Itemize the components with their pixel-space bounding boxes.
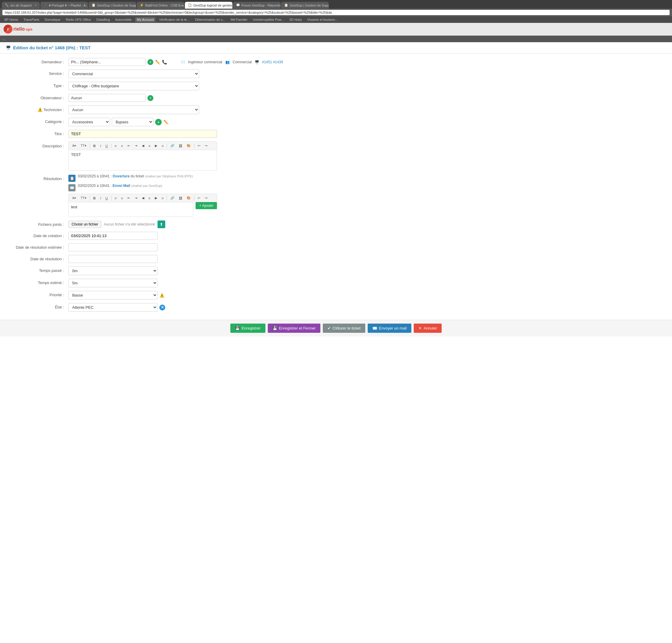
desc-listul-btn[interactable]: ≡: [113, 143, 118, 148]
save-close-button[interactable]: 💾 Enregistrer et Fermer: [268, 324, 321, 333]
service-select[interactable]: Commercial Technique Administration: [68, 70, 199, 78]
desc-textsize-btn[interactable]: TT▾: [79, 143, 88, 148]
demandeur-add-button[interactable]: +: [147, 59, 153, 65]
temps-estime-select[interactable]: 0m 5m 10m 15m 30m 45m 1h: [68, 279, 157, 287]
ajouter-button[interactable]: + Ajouter: [195, 202, 217, 209]
upload-button[interactable]: ⬆: [157, 220, 165, 228]
res-listol-btn[interactable]: ≡: [119, 195, 124, 201]
desc-align-left-btn[interactable]: ◀: [140, 143, 146, 148]
tab-1[interactable]: 🔧 ion de Support ✕: [2, 2, 40, 9]
technicien-select[interactable]: Aucun: [68, 106, 199, 114]
desc-outdent-btn[interactable]: ⇤: [126, 143, 132, 148]
desc-undo-btn[interactable]: ↩: [196, 143, 202, 148]
tab-6[interactable]: 💬 Forum GestSup - Répondre ✕: [233, 2, 280, 9]
close-ticket-button[interactable]: ✔ Clôturer le ticket: [323, 324, 365, 333]
bookmark-visserie[interactable]: Visserie et boulonn...: [305, 17, 340, 22]
tab-3[interactable]: 📋 GestSup | Gestion de Support ✕: [88, 2, 136, 9]
observateur-add-button[interactable]: +: [147, 95, 153, 101]
send-mail-button[interactable]: ✉️ Envoyer un mail: [368, 324, 411, 333]
res-align-right-btn[interactable]: ▶: [153, 195, 159, 201]
res-image-btn[interactable]: 🖼: [177, 195, 184, 201]
res-undo-btn[interactable]: ↩: [196, 195, 202, 201]
bookmark-3dhubs[interactable]: 3D Hubs: [287, 17, 304, 22]
desc-align-center-btn[interactable]: ≡: [147, 143, 152, 148]
categorie-select[interactable]: Accessoires Bypass UPS: [68, 118, 110, 126]
etat-info-button[interactable]: ✕: [159, 305, 165, 311]
tab-4[interactable]: ⚡ BattFind Online - CSB Energy Tec... ✕: [137, 2, 184, 9]
bookmark-myaccount[interactable]: My Account: [135, 17, 156, 22]
tab-5[interactable]: 📋 GestSup logiciel de gestion de ti... ✕: [185, 2, 232, 9]
desc-link-btn[interactable]: 🔗: [169, 143, 176, 148]
tab-7[interactable]: 📋 GestSup | Gestion de Suppo... ✕: [281, 2, 329, 9]
desc-align-right-btn[interactable]: ▶: [153, 143, 159, 148]
bookmark-riello[interactable]: Riello UPS Office: [64, 17, 93, 22]
bookmark-traceparts[interactable]: TraceParts: [22, 17, 41, 22]
etat-label: État :: [9, 303, 68, 309]
bookmark-determination[interactable]: Détermination de s...: [193, 17, 227, 22]
demandeur-edit-button[interactable]: ✏️: [155, 60, 160, 64]
resolution-editor[interactable]: test: [68, 202, 193, 217]
address-input[interactable]: [2, 10, 670, 15]
ticket-refs[interactable]: #1451 #1439: [262, 60, 283, 64]
desc-italic-btn[interactable]: I: [98, 143, 103, 148]
bookmark-domotique[interactable]: Domotique: [43, 17, 62, 22]
res-align-justify-btn[interactable]: ≡: [160, 195, 165, 201]
res-font-btn[interactable]: A▾: [70, 195, 78, 201]
res-underline-btn[interactable]: U: [104, 195, 110, 201]
desc-color-btn[interactable]: 🎨: [185, 143, 193, 148]
desc-listol-btn[interactable]: ≡: [119, 143, 124, 148]
email-icon: ✉️: [181, 60, 185, 64]
res-link-btn[interactable]: 🔗: [169, 195, 176, 201]
temps-estime-control: 0m 5m 10m 15m 30m 45m 1h: [68, 279, 663, 287]
bookmark-verification[interactable]: Vérification de la te...: [157, 17, 191, 22]
save-button[interactable]: 💾 Enregistrer: [230, 324, 265, 333]
res-color-btn[interactable]: 🎨: [185, 195, 193, 201]
bookmark-uninterruptible[interactable]: Uninterruptible Pow...: [251, 17, 286, 22]
res-textsize-btn[interactable]: TT▾: [79, 195, 88, 201]
bookmark-automobile[interactable]: Automobile: [113, 17, 133, 22]
demandeur-input[interactable]: [68, 58, 146, 66]
desc-align-justify-btn[interactable]: ≡: [160, 143, 165, 148]
tab-1-icon: 🔧: [5, 3, 9, 7]
cancel-button[interactable]: ✕ Annuler: [414, 324, 442, 333]
choose-file-button[interactable]: Choisir un fichier: [68, 221, 101, 228]
commercial-label: Commercial: [233, 60, 252, 64]
description-editor[interactable]: TEST: [68, 150, 217, 171]
date-resolution-estimee-input[interactable]: [68, 243, 157, 251]
res-italic-btn[interactable]: I: [98, 195, 103, 201]
demandeur-phone-button[interactable]: 📞: [162, 60, 167, 64]
tab-6-label: Forum GestSup - Répondre: [242, 3, 280, 7]
type-select[interactable]: Chiffrage - Offre budgetaire Incident De…: [68, 82, 199, 90]
categorie-edit-button[interactable]: ✏️: [164, 120, 169, 124]
date-creation-input[interactable]: [68, 232, 157, 240]
file-input-group: Choisir un fichier Aucun fichier n'a été…: [68, 220, 165, 228]
desc-underline-btn[interactable]: U: [104, 143, 110, 148]
temps-passe-select[interactable]: 0m 5m 10m 15m 30m 45m 1h: [68, 267, 157, 275]
res-bold-btn[interactable]: B: [92, 195, 97, 201]
res-indent-btn[interactable]: ⇥: [133, 195, 139, 201]
res-redo-btn[interactable]: ↪: [203, 195, 209, 201]
resolution-row: Résolution : 📋 03/02/2025 à 10h41 : Ouve…: [9, 174, 663, 217]
res-align-center-btn[interactable]: ≡: [147, 195, 152, 201]
desc-bold-btn[interactable]: B: [92, 143, 97, 148]
desc-image-btn[interactable]: 🖼: [177, 143, 184, 148]
tab-1-close[interactable]: ✕: [35, 3, 37, 7]
desc-redo-btn[interactable]: ↪: [203, 143, 209, 148]
sous-categorie-select[interactable]: Bypass Option 2: [112, 118, 153, 126]
res-listul-btn[interactable]: ≡: [113, 195, 118, 201]
titre-input[interactable]: [68, 130, 217, 138]
bookmark-sp-home[interactable]: SP Home: [2, 17, 20, 22]
observateur-input[interactable]: [68, 94, 146, 102]
desc-indent-btn[interactable]: ⇥: [133, 143, 139, 148]
res-align-left-btn[interactable]: ◀: [140, 195, 146, 201]
resolution-label: Résolution :: [9, 174, 68, 181]
bookmark-wetransfer[interactable]: WeTransfer: [229, 17, 249, 22]
etat-select[interactable]: Attente PEC En cours Résolu Fermé: [68, 303, 157, 312]
priorite-select[interactable]: Basse Normale Haute Critique: [68, 291, 157, 300]
date-resolution-input[interactable]: [68, 255, 157, 263]
desc-font-btn[interactable]: A▾: [70, 143, 78, 148]
bookmark-detailling[interactable]: Detailling: [95, 17, 111, 22]
categorie-add-button[interactable]: +: [155, 119, 162, 125]
res-outdent-btn[interactable]: ⇤: [126, 195, 132, 201]
tab-2[interactable]: 🎵 ♥ Portugal ♥ ~ Playlist - A... ✕: [40, 2, 88, 9]
